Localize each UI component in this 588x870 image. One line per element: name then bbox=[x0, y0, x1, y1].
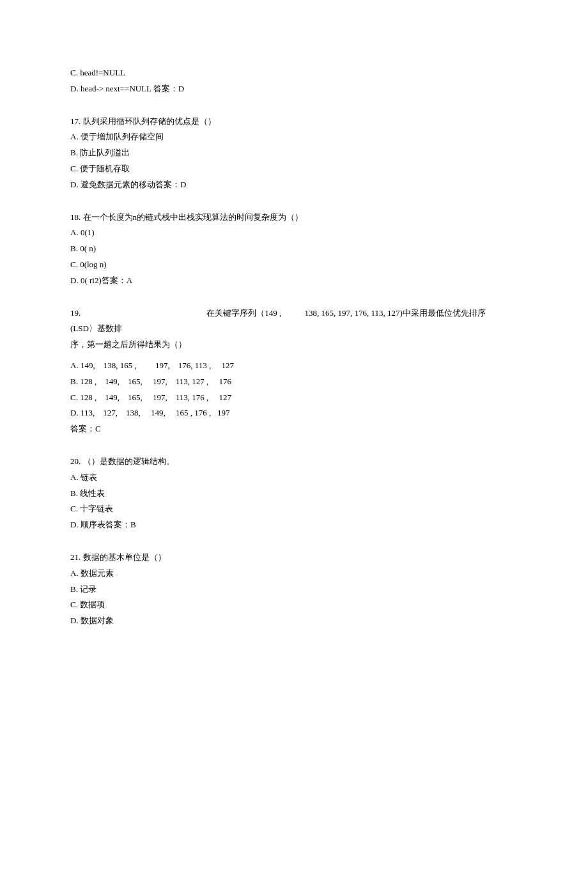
q20-option-c: C. 十字链表 bbox=[70, 502, 518, 516]
q17-stem: 17. 队列采用循环队列存储的优点是（） bbox=[70, 115, 518, 128]
q20-option-b: B. 线性表 bbox=[70, 487, 518, 501]
q19-option-c: C. 128 , 149, 165, 197, 113, 176 , 127 bbox=[70, 391, 518, 405]
q18-option-d: D. 0( ri2)答案：A bbox=[70, 274, 518, 288]
q19-option-a: A. 149, 138, 165 , 197, 176, 113 , 127 bbox=[70, 359, 518, 373]
q18-option-c: C. 0(log n) bbox=[70, 258, 518, 272]
q21-option-d: D. 数据对象 bbox=[70, 614, 518, 628]
q18-stem: 18. 在一个长度为n的链式栈中出栈实现算法的时间复杂度为（） bbox=[70, 211, 518, 224]
q19-option-d: D. 113, 127, 138, 149, 165 , 176 , 197 bbox=[70, 407, 518, 420]
q16-option-c: C. head!=NULL bbox=[70, 66, 518, 80]
q17-option-b: B. 防止队列溢出 bbox=[70, 146, 518, 160]
q19-stem-line2: (LSD〉基数排 bbox=[70, 322, 518, 336]
q17-option-d: D. 避免数据元素的移动答案：D bbox=[70, 178, 518, 192]
q19-stem-line1b: 在关键字序列（149 , bbox=[206, 307, 302, 320]
q17-option-c: C. 便于随机存取 bbox=[70, 162, 518, 176]
page-container: C. head!=NULL D. head-> next==NULL 答案：D … bbox=[0, 0, 588, 870]
question-20: 20. （）是数据的逻辑结构。 A. 链表 B. 线性表 C. 十字链表 D. … bbox=[70, 455, 518, 532]
q19-answer: 答案：C bbox=[70, 423, 518, 436]
q18-option-b: B. 0( n) bbox=[70, 242, 518, 256]
q18-option-a: A. 0(1) bbox=[70, 226, 518, 240]
q17-option-a: A. 便于增加队列存储空间 bbox=[70, 130, 518, 144]
question-21: 21. 数据的基木单位是（） A. 数据元素 B. 记录 C. 数据项 D. 数… bbox=[70, 551, 518, 628]
q19-stem-line1a: 19. bbox=[70, 307, 205, 320]
question-18: 18. 在一个长度为n的链式栈中出栈实现算法的时间复杂度为（） A. 0(1) … bbox=[70, 211, 518, 288]
question-16-remainder: C. head!=NULL D. head-> next==NULL 答案：D bbox=[70, 66, 518, 96]
q19-option-b: B. 128 , 149, 165, 197, 113, 127 , 176 bbox=[70, 375, 518, 389]
q21-option-b: B. 记录 bbox=[70, 583, 518, 596]
q16-option-d: D. head-> next==NULL 答案：D bbox=[70, 82, 518, 96]
q19-stem-line1c: 138, 165, 197, 176, 113, 127)中采用最低位优先排序 bbox=[305, 308, 486, 318]
q21-option-c: C. 数据项 bbox=[70, 598, 518, 612]
q19-stem-line1: 19. 在关键字序列（149 , 138, 165, 197, 176, 113… bbox=[70, 307, 518, 320]
question-19: 19. 在关键字序列（149 , 138, 165, 197, 176, 113… bbox=[70, 307, 518, 436]
question-17: 17. 队列采用循环队列存储的优点是（） A. 便于增加队列存储空间 B. 防止… bbox=[70, 115, 518, 192]
q20-option-a: A. 链表 bbox=[70, 471, 518, 485]
q19-stem-line3: 序，第一趟之后所得结果为（） bbox=[70, 338, 518, 352]
q21-option-a: A. 数据元素 bbox=[70, 567, 518, 580]
q20-stem: 20. （）是数据的逻辑结构。 bbox=[70, 455, 518, 469]
q21-stem: 21. 数据的基木单位是（） bbox=[70, 551, 518, 564]
q20-option-d: D. 顺序表答案：B bbox=[70, 518, 518, 532]
